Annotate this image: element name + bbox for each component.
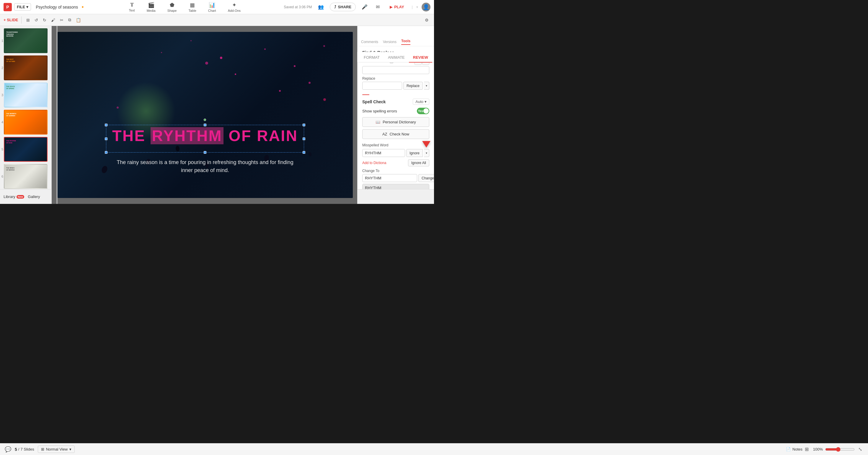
- change-to-row: Change ▾: [362, 174, 429, 182]
- chart-icon: 📊: [209, 2, 215, 8]
- toggle-knob: [423, 108, 429, 113]
- tab-review[interactable]: REVIEW: [409, 53, 432, 63]
- ignore-dropdown[interactable]: ▾: [424, 149, 429, 157]
- sub-tab-comments[interactable]: Comments: [361, 40, 378, 44]
- check-icon: AZ: [382, 132, 388, 136]
- replace-dropdown[interactable]: ▾: [424, 82, 429, 90]
- slide-thumbnail-5[interactable]: THE RYHTHMOF RAIN: [4, 137, 48, 162]
- slide-thumb-2[interactable]: 2 THE RUSTOF AUTUMN: [4, 56, 48, 80]
- spell-check-header: Spell Check Auto ▾: [362, 99, 429, 105]
- slides-panel-bottom: Library New Gallery: [0, 189, 52, 204]
- misspelled-word-display: RYHTHM: [362, 149, 405, 157]
- mic-icon-button[interactable]: 🎤: [359, 3, 370, 11]
- redo-button[interactable]: ↻: [41, 17, 48, 24]
- top-bar-right: Saved at 3:06 PM 👥 ⤴ SHARE 🎤 ✉ ▶ PLAY | …: [284, 3, 430, 11]
- change-to-section: Change To Change ▾ RHYTHM: [362, 169, 429, 192]
- handle-tr: [303, 124, 305, 126]
- slide-toolbar: + SLIDE ⊞ ↺ ↻ 🖌 ✂ ⧉ 📋 ⚙: [0, 14, 434, 26]
- handle-br: [303, 151, 305, 154]
- paste-button[interactable]: 📋: [74, 17, 83, 24]
- slide-thumbnail-3[interactable]: THE GRACEOF SPRING: [4, 83, 48, 107]
- replace-button[interactable]: Replace: [403, 82, 423, 90]
- slide-thumb-5[interactable]: 5 THE RYHTHMOF RAIN: [4, 137, 48, 162]
- arrow-indicator: [422, 141, 430, 148]
- gallery-button[interactable]: Gallery: [28, 194, 40, 199]
- replace-row: Replace ▾: [362, 82, 429, 90]
- table-icon: ▦: [190, 2, 195, 8]
- find-input[interactable]: [362, 66, 429, 74]
- ignore-button[interactable]: Ignore: [406, 149, 423, 157]
- add-slide-button[interactable]: + SLIDE: [4, 18, 18, 22]
- sub-tab-tools[interactable]: Tools: [401, 39, 410, 45]
- tab-format[interactable]: FORMAT: [360, 53, 384, 63]
- saved-status: Saved at 3:06 PM: [284, 5, 312, 9]
- play-dropdown[interactable]: ▾: [416, 5, 418, 9]
- slide-thumb-1[interactable]: 1 TRANSITIONINGTHROUGHSEASONS: [4, 28, 48, 53]
- title-selection-container: THE RYHTHM OF RAIN: [106, 125, 304, 153]
- slide-thumbnail-2[interactable]: THE RUSTOF AUTUMN: [4, 56, 48, 80]
- title-selection-box: THE RYHTHM OF RAIN: [106, 125, 304, 153]
- slide-thumbnail-6[interactable]: THE WINDSOF WINTER: [4, 164, 48, 189]
- media-icon: 🎬: [148, 2, 154, 8]
- slide-thumb-4[interactable]: 4 THE WARMTHOF SUMMER: [4, 110, 48, 135]
- check-now-button[interactable]: AZ Check Now: [362, 129, 429, 139]
- text-tool-button[interactable]: 𝐓 Text: [127, 1, 137, 13]
- grid-view-button[interactable]: ⊞: [25, 17, 32, 24]
- user-avatar[interactable]: 👤: [422, 3, 430, 11]
- play-arrow-icon: ▶: [390, 5, 392, 9]
- side-panel: FORMAT ANIMATE REVIEW Comments Versions …: [357, 26, 434, 204]
- replace-input[interactable]: [362, 82, 402, 90]
- dict-icon: 📖: [376, 120, 380, 124]
- add-to-dictionary-link[interactable]: Add to Dictiona: [362, 161, 386, 165]
- top-bar-left: P FILE ▾ Psychology of seasons 🔸: [4, 3, 86, 11]
- show-errors-row: Show spelling errors Yes: [362, 108, 429, 114]
- top-bar: P FILE ▾ Psychology of seasons 🔸 𝐓 Text …: [0, 0, 434, 14]
- settings-button[interactable]: ⚙: [423, 17, 430, 24]
- misspelled-section: Misspelled Word RYHTHM Ignore ▾ Add to D…: [362, 143, 429, 192]
- slide-content: THE RYHTHM OF RAIN The rainy season is a…: [58, 125, 353, 174]
- library-button[interactable]: Library New: [4, 194, 24, 199]
- message-icon-button[interactable]: ✉: [373, 3, 382, 11]
- file-button[interactable]: FILE ▾: [14, 3, 31, 11]
- format-painter-button[interactable]: 🖌: [49, 17, 57, 24]
- shape-icon: ⬟: [170, 2, 175, 8]
- slide-thumbnail-1[interactable]: TRANSITIONINGTHROUGHSEASONS: [4, 28, 48, 53]
- handle-bc: [204, 151, 206, 154]
- share-button[interactable]: ⤴ SHARE: [330, 3, 356, 11]
- undo-button[interactable]: ↺: [33, 17, 40, 24]
- copy-button[interactable]: ⧉: [66, 16, 73, 24]
- handle-mr: [303, 137, 305, 140]
- play-button[interactable]: ▶ PLAY: [385, 3, 408, 11]
- toolbar-separator: [21, 17, 22, 24]
- addons-tool-button[interactable]: ✦ Add-Ons: [225, 1, 243, 13]
- handle-ml: [105, 137, 107, 140]
- doc-icon: 🔸: [80, 4, 86, 10]
- slide-thumb-6[interactable]: 6 THE WINDSOF WINTER: [4, 164, 48, 189]
- auto-select[interactable]: Auto ▾: [413, 99, 429, 105]
- handle-bl: [105, 151, 107, 154]
- ignore-all-button[interactable]: Ignore All: [408, 159, 429, 166]
- change-to-input[interactable]: [362, 174, 417, 182]
- shape-tool-button[interactable]: ⬟ Shape: [165, 1, 179, 13]
- side-panel-content: Find & Replace Find Match Case ‹ ›: [358, 46, 434, 195]
- slide-thumbnail-4[interactable]: THE WARMTHOF SUMMER: [4, 110, 48, 135]
- slide-subtitle: The rainy season is a time for pouring i…: [117, 158, 294, 174]
- scissors-button[interactable]: ✂: [58, 17, 65, 24]
- personal-dictionary-button[interactable]: 📖 Personal Dictionary: [362, 117, 429, 127]
- chart-tool-button[interactable]: 📊 Chart: [206, 1, 218, 13]
- media-tool-button[interactable]: 🎬 Media: [144, 1, 158, 13]
- active-slide: THE RYHTHM OF RAIN The rainy season is a…: [58, 32, 353, 198]
- text-icon: 𝐓: [130, 2, 134, 8]
- sub-tab-versions[interactable]: Versions: [383, 40, 397, 44]
- table-tool-button[interactable]: ▦ Table: [186, 1, 198, 13]
- canvas-area: THE RYHTHM OF RAIN The rainy season is a…: [52, 26, 357, 204]
- tab-bar: FORMAT ANIMATE REVIEW: [357, 52, 434, 63]
- spell-check-toggle[interactable]: Yes: [417, 108, 429, 114]
- app-logo: P: [4, 3, 12, 11]
- handle-tl: [105, 124, 107, 126]
- users-icon-button[interactable]: 👥: [316, 3, 326, 11]
- tab-animate[interactable]: ANIMATE: [384, 53, 409, 63]
- change-button[interactable]: Change: [418, 174, 434, 182]
- main-layout: 1 TRANSITIONINGTHROUGHSEASONS 2 THE RUST…: [0, 26, 434, 204]
- slide-thumb-3[interactable]: 3 THE GRACEOF SPRING: [4, 83, 48, 107]
